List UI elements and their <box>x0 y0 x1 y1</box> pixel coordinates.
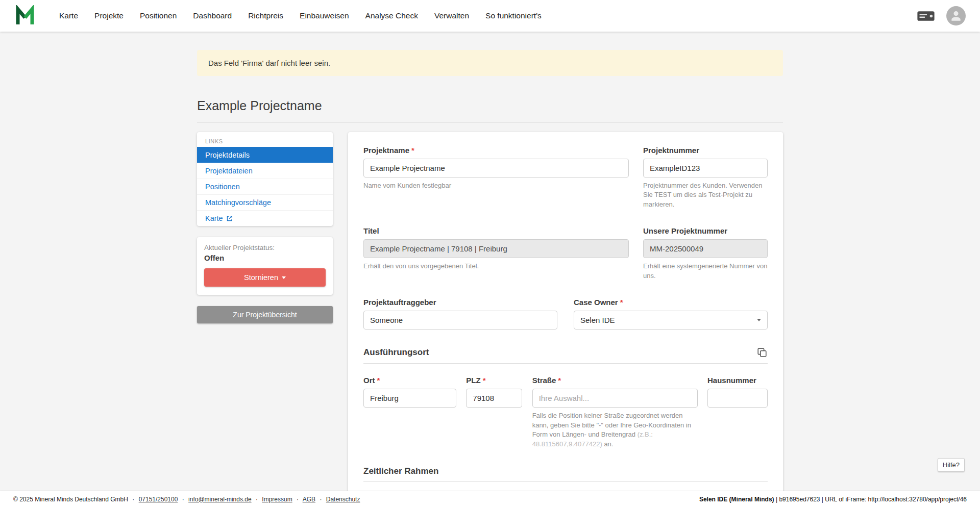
page-title: Example Projectname <box>197 98 783 113</box>
sidebar-item-label: Karte <box>205 214 223 222</box>
title-divider <box>197 122 783 123</box>
projektnummer-input[interactable] <box>643 159 768 178</box>
copy-address-button[interactable] <box>756 347 768 358</box>
nav-item-richtpreis[interactable]: Richtpreis <box>240 0 291 32</box>
projektauftraggeber-input[interactable] <box>363 311 557 329</box>
field-case-owner: Case Owner * Selen IDE <box>574 298 768 329</box>
section-title-zeitlicher-rahmen: Zeitlicher Rahmen <box>363 466 438 476</box>
footer-link-phone[interactable]: 07151/250100 <box>139 496 178 503</box>
nav-item-einbauweisen[interactable]: Einbauweisen <box>291 0 357 32</box>
field-projektnummer: Projektnummer Projektnummer des Kunden. … <box>643 146 768 209</box>
footer-user-info: Selen IDE (Mineral Minds) <box>699 496 774 503</box>
links-card-header: LINKS <box>197 132 333 147</box>
external-link-icon <box>226 215 233 222</box>
stornieren-button[interactable]: Stornieren <box>204 268 326 287</box>
strasse-label: Straße <box>532 376 556 385</box>
ort-label: Ort <box>363 376 375 385</box>
strasse-helper: Falls die Position keiner Straße zugeord… <box>532 411 698 449</box>
nav-item-so-funktionierts[interactable]: So funktioniert's <box>477 0 550 32</box>
field-titel: Titel Erhält den von uns vorgegebenen Ti… <box>363 226 629 281</box>
field-hausnummer: Hausnummer <box>707 376 768 449</box>
stornieren-button-label: Stornieren <box>244 273 278 282</box>
back-to-projects-button[interactable]: Zur Projektübersicht <box>197 306 333 323</box>
caret-down-icon <box>282 276 286 279</box>
main-navigation: Karte Projekte Positionen Dashboard Rich… <box>51 0 550 32</box>
plz-label: PLZ <box>466 376 480 385</box>
sidebar-item-projektdateien[interactable]: Projektdateien <box>197 163 333 179</box>
titel-helper: Erhält den von uns vorgegebenen Titel. <box>363 262 629 271</box>
footer-link-email[interactable]: info@mineral-minds.de <box>188 496 252 503</box>
footer-separator: · <box>297 496 299 503</box>
footer-link-datenschutz[interactable]: Datenschutz <box>326 496 360 503</box>
field-ort: Ort * <box>363 376 456 449</box>
projektname-helper: Name vom Kunden festlegbar <box>363 181 629 190</box>
left-sidebar: LINKS Projektdetails Projektdateien Posi… <box>197 132 333 323</box>
footer-left: © 2025 Mineral Minds Deutschland GmbH · … <box>13 496 360 503</box>
projektnummer-helper: Projektnummer des Kunden. Verwenden Sie … <box>643 181 768 209</box>
projektauftraggeber-label: Projektauftraggeber <box>363 298 436 307</box>
footer-copyright: © 2025 Mineral Minds Deutschland GmbH <box>13 496 128 503</box>
required-asterisk: * <box>483 376 486 385</box>
page: Karte Projekte Positionen Dashboard Rich… <box>0 0 980 507</box>
field-projektname: Projektname * Name vom Kunden festlegbar <box>363 146 629 209</box>
unsere-projektnummer-label: Unsere Projektnummer <box>643 226 727 235</box>
footer-separator: · <box>256 496 258 503</box>
strasse-input[interactable] <box>532 389 698 408</box>
section-title-ausfuehrungsort: Ausführungsort <box>363 347 429 358</box>
copy-icon <box>756 347 768 358</box>
field-strasse: Straße * Falls die Position keiner Straß… <box>532 376 698 449</box>
user-avatar[interactable] <box>946 6 966 26</box>
logo-m-icon <box>14 5 36 27</box>
links-card: LINKS Projektdetails Projektdateien Posi… <box>197 132 333 226</box>
footer: © 2025 Mineral Minds Deutschland GmbH · … <box>0 491 980 507</box>
projektname-label: Projektname <box>363 146 409 155</box>
field-unsere-projektnummer: Unsere Projektnummer Erhält eine systemg… <box>643 226 768 281</box>
section-divider <box>363 363 768 364</box>
sidebar-item-projektdetails[interactable]: Projektdetails <box>197 147 333 163</box>
titel-label: Titel <box>363 226 379 235</box>
titel-input <box>363 239 629 258</box>
sidebar-item-karte[interactable]: Karte <box>197 210 333 226</box>
sidebar-item-label: Matchingvorschläge <box>205 198 271 207</box>
footer-separator: · <box>320 496 322 503</box>
nav-item-positionen[interactable]: Positionen <box>132 0 185 32</box>
footer-separator: · <box>182 496 184 503</box>
help-button[interactable]: Hilfe? <box>938 458 965 472</box>
mineral-minds-logo[interactable] <box>14 5 36 27</box>
nav-item-projekte[interactable]: Projekte <box>86 0 132 32</box>
case-owner-select[interactable]: Selen IDE <box>574 311 768 329</box>
sidebar-item-label: Projektdateien <box>205 167 253 175</box>
ort-input[interactable] <box>363 389 456 408</box>
footer-meta: | b91695ed7623 | URL of iFrame: http://l… <box>774 496 967 503</box>
unsere-projektnummer-helper: Erhält eine systemgenerierte Nummer von … <box>643 262 768 281</box>
status-label: Aktueller Projektstatus: <box>204 244 326 251</box>
sidebar-item-label: Positionen <box>205 183 240 191</box>
nav-item-verwalten[interactable]: Verwalten <box>426 0 477 32</box>
server-icon[interactable] <box>917 9 935 23</box>
footer-link-agb[interactable]: AGB <box>303 496 315 503</box>
nav-item-karte[interactable]: Karte <box>51 0 86 32</box>
footer-link-impressum[interactable]: Impressum <box>262 496 292 503</box>
hausnummer-label: Hausnummer <box>707 376 756 385</box>
nav-item-analyse-check[interactable]: Analyse Check <box>357 0 426 32</box>
status-card: Aktueller Projektstatus: Offen Storniere… <box>197 237 333 295</box>
field-projektauftraggeber: Projektauftraggeber <box>363 298 557 329</box>
nav-item-dashboard[interactable]: Dashboard <box>185 0 240 32</box>
required-asterisk: * <box>558 376 561 385</box>
required-asterisk: * <box>620 298 623 307</box>
alert-message: Das Feld 'Firma' darf nicht leer sein. <box>208 59 330 67</box>
navbar-right-section <box>917 6 966 26</box>
person-icon <box>949 9 963 22</box>
hausnummer-input[interactable] <box>707 389 768 408</box>
sidebar-item-matchingvorschlaege[interactable]: Matchingvorschläge <box>197 194 333 210</box>
plz-input[interactable] <box>466 389 522 408</box>
status-value: Offen <box>204 253 326 262</box>
projektname-input[interactable] <box>363 159 629 178</box>
field-plz: PLZ * <box>466 376 522 449</box>
footer-separator: · <box>132 496 134 503</box>
top-navbar: Karte Projekte Positionen Dashboard Rich… <box>0 0 980 32</box>
required-asterisk: * <box>377 376 380 385</box>
sidebar-item-positionen[interactable]: Positionen <box>197 179 333 194</box>
case-owner-label: Case Owner <box>574 298 618 307</box>
section-divider <box>363 481 768 482</box>
